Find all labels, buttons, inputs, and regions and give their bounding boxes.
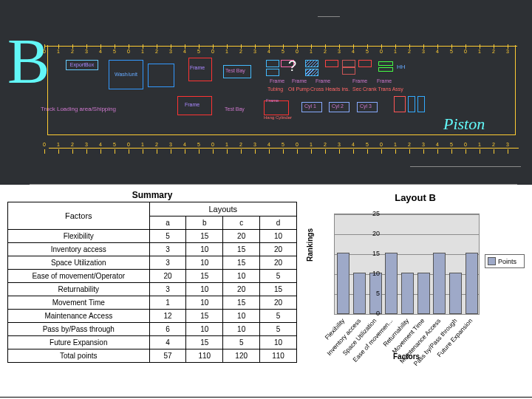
frame-label: Frame bbox=[316, 78, 330, 83]
value-cell: 10 bbox=[186, 243, 223, 256]
value-cell: 3 bbox=[149, 243, 186, 256]
value-cell: 1 bbox=[149, 296, 186, 310]
crosshead-label: Cross Heads ins. bbox=[310, 86, 349, 92]
value-cell: 4 bbox=[149, 336, 186, 349]
value-cell: 5 bbox=[223, 336, 260, 349]
hang-label: Hang Cylinder bbox=[264, 115, 292, 120]
test-bay-label: Test Bay bbox=[225, 106, 245, 112]
chart-title: Layout B bbox=[304, 192, 526, 203]
value-cell: 10 bbox=[186, 296, 223, 310]
value-cell: 5 bbox=[149, 230, 186, 243]
value-cell: 20 bbox=[260, 256, 297, 270]
chart-column: Layout B Rankings Points Factors 0510152… bbox=[304, 185, 532, 399]
value-cell: 10 bbox=[223, 270, 260, 283]
chart-bar bbox=[385, 253, 398, 314]
chart-bar bbox=[417, 273, 430, 314]
bar-chart: Rankings Points Factors 0510152025Flexib… bbox=[304, 206, 526, 358]
value-cell: 15 bbox=[223, 243, 260, 256]
value-cell: 10 bbox=[186, 283, 223, 296]
value-cell: 10 bbox=[186, 323, 223, 336]
factor-cell: Pass by/Pass through bbox=[8, 323, 150, 336]
factor-cell: Returnability bbox=[8, 283, 150, 296]
question-mark: ? bbox=[288, 58, 296, 75]
test-bay-label: Test Bay bbox=[225, 68, 245, 73]
value-cell: 3 bbox=[149, 256, 186, 270]
value-cell: 15 bbox=[186, 230, 223, 243]
piston-label: Piston bbox=[443, 115, 485, 134]
value-cell: 10 bbox=[223, 310, 260, 323]
value-cell: 15 bbox=[260, 283, 297, 296]
value-cell: 15 bbox=[186, 270, 223, 283]
value-cell: 10 bbox=[186, 256, 223, 270]
value-cell: 20 bbox=[223, 230, 260, 243]
frame-label: Frame bbox=[266, 98, 279, 103]
value-cell: 110 bbox=[186, 349, 223, 363]
cyl1-label: Cyl 1 bbox=[304, 103, 316, 109]
y-tick: 20 bbox=[372, 230, 380, 237]
legend-swatch bbox=[488, 257, 496, 265]
y-tick: 15 bbox=[372, 250, 380, 257]
y-axis-label: Rankings bbox=[306, 228, 314, 262]
col-header: a bbox=[149, 216, 186, 230]
value-cell: 5 bbox=[260, 270, 297, 283]
cad-drawing-panel: B 0123450123450123450123450123450123 Exp… bbox=[0, 0, 532, 185]
factor-cell: Flexibility bbox=[8, 230, 150, 243]
chart-bar bbox=[401, 273, 414, 314]
chart-bar bbox=[466, 253, 478, 314]
factor-cell: Inventory access bbox=[8, 243, 150, 256]
bccrank-label: Sec Crank Trans Assy bbox=[352, 86, 403, 92]
oilpump-label: Oil Pump bbox=[288, 86, 310, 92]
value-cell: 20 bbox=[223, 283, 260, 296]
y-tick: 10 bbox=[372, 270, 380, 277]
value-cell: 12 bbox=[149, 310, 186, 323]
value-cell: 15 bbox=[186, 310, 223, 323]
bottom-panel: Summary Factors Layouts abcd Flexibility… bbox=[0, 185, 532, 399]
y-tick: 5 bbox=[376, 290, 380, 297]
chart-bar bbox=[353, 273, 366, 314]
col-header: b bbox=[186, 216, 223, 230]
y-tick: 0 bbox=[376, 310, 380, 317]
frame-label: Frame bbox=[270, 78, 284, 83]
value-cell: 57 bbox=[149, 349, 186, 363]
frame-label: Frame bbox=[292, 78, 307, 83]
value-cell: 20 bbox=[260, 243, 297, 256]
col-header: d bbox=[260, 216, 297, 230]
summary-title: Summary bbox=[7, 188, 297, 202]
value-cell: 110 bbox=[260, 349, 297, 363]
value-cell: 5 bbox=[260, 310, 297, 323]
frame-label: Frame bbox=[377, 78, 392, 83]
truck-label: Truck Loading area/Shipping bbox=[41, 106, 116, 112]
col-header: c bbox=[223, 216, 260, 230]
frame-label: Frame bbox=[190, 65, 205, 70]
factor-cell: Future Expansion bbox=[8, 336, 150, 349]
y-tick: 25 bbox=[372, 210, 380, 217]
factor-cell: Ease of movement/Operator bbox=[8, 270, 150, 283]
factor-cell: Total points bbox=[8, 349, 150, 363]
layout-letter: B bbox=[7, 30, 50, 93]
value-cell: 6 bbox=[149, 323, 186, 336]
chart-bar bbox=[449, 273, 462, 314]
chart-bar bbox=[433, 253, 446, 314]
wash-label: Wash/unit bbox=[115, 72, 137, 78]
plot-area bbox=[334, 214, 480, 315]
factors-header: Factors bbox=[8, 202, 150, 230]
value-cell: 10 bbox=[260, 230, 297, 243]
chart-legend: Points bbox=[485, 254, 525, 268]
tubing-label: Tubing bbox=[267, 86, 283, 92]
frame-label: Frame bbox=[185, 102, 200, 107]
value-cell: 120 bbox=[223, 349, 260, 363]
factor-cell: Maintenance Access bbox=[8, 310, 150, 323]
factor-cell: Movement Time bbox=[8, 296, 150, 310]
value-cell: 15 bbox=[223, 256, 260, 270]
frame-label: Frame bbox=[352, 78, 367, 83]
export-box-label: ExportBox bbox=[70, 62, 94, 68]
value-cell: 10 bbox=[260, 336, 297, 349]
summary-column: Summary Factors Layouts abcd Flexibility… bbox=[0, 185, 304, 399]
value-cell: 15 bbox=[223, 296, 260, 310]
factor-cell: Space Utilization bbox=[8, 256, 150, 270]
value-cell: 5 bbox=[260, 323, 297, 336]
cyl3-label: Cyl 3 bbox=[360, 103, 372, 109]
value-cell: 15 bbox=[186, 336, 223, 349]
value-cell: 10 bbox=[223, 323, 260, 336]
chart-bar bbox=[337, 253, 349, 314]
